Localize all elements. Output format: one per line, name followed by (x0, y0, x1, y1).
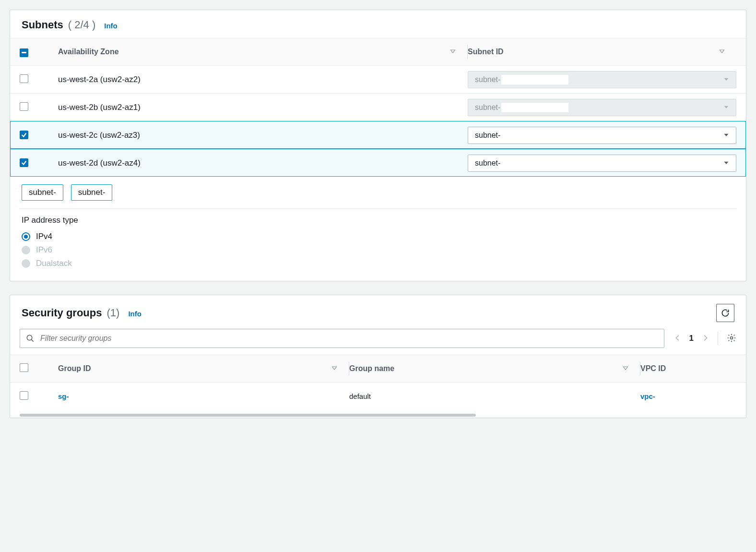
ip-address-type-section: IP address type IPv4IPv6Dualstack (10, 209, 746, 281)
row-checkbox[interactable] (20, 158, 28, 167)
availability-zone: us-west-2b (usw2-az1) (58, 103, 467, 112)
row-checkbox-cell (20, 74, 58, 84)
chevron-down-icon (723, 75, 729, 84)
select-all-checkbox[interactable] (20, 48, 28, 57)
pager-page: 1 (689, 334, 694, 343)
ip-option[interactable]: IPv4 (22, 230, 734, 243)
pager-prev[interactable] (674, 335, 681, 343)
availability-zone: us-west-2a (usw2-az2) (58, 75, 467, 84)
col-vpc-id[interactable]: VPC ID (640, 364, 736, 373)
sg-filter-row: 1 (10, 329, 746, 355)
subnet-row: us-west-2d (usw2-az4)subnet- (10, 149, 746, 177)
col-az-label: Availability Zone (58, 48, 119, 56)
subnets-title-text: Subnets (22, 19, 63, 31)
gear-icon (727, 333, 736, 343)
availability-zone: us-west-2d (usw2-az4) (58, 158, 467, 168)
col-group-id-label: Group ID (58, 364, 91, 373)
subnet-select-value: subnet- (475, 131, 500, 140)
subnet-select: subnet- (468, 71, 736, 88)
sg-row: sg-defaultvpc- (10, 382, 746, 410)
row-checkbox[interactable] (20, 102, 28, 111)
subnet-row: us-west-2b (usw2-az1)subnet- (10, 93, 746, 121)
horizontal-scrollbar[interactable] (10, 413, 746, 418)
subnets-table-head: Availability Zone Subnet ID (10, 38, 746, 65)
pager-next[interactable] (702, 335, 709, 343)
sg-title-text: Security groups (22, 307, 102, 319)
ip-option-label: Dualstack (36, 259, 72, 268)
sg-filter-input[interactable] (40, 334, 658, 343)
sg-count: (1) (106, 307, 119, 319)
refresh-icon (721, 308, 730, 318)
ip-option: Dualstack (22, 257, 734, 270)
subnet-select-cell: subnet- (468, 99, 736, 116)
subnet-select-cell: subnet- (468, 127, 736, 144)
group-name: default (349, 392, 640, 400)
ip-type-title: IP address type (22, 216, 734, 225)
sg-select-all-cell (20, 363, 58, 374)
col-availability-zone[interactable]: Availability Zone (58, 48, 467, 56)
subnets-panel: Subnets ( 2/4 ) Info Availability Zone S… (10, 10, 746, 281)
ip-option-label: IPv4 (36, 232, 52, 241)
subnet-row: us-west-2a (usw2-az2)subnet- (10, 65, 746, 93)
col-subnet-label: Subnet ID (468, 48, 504, 56)
vpc-id-link[interactable]: vpc- (640, 392, 736, 400)
col-group-name-label: Group name (349, 364, 394, 373)
settings-button[interactable] (727, 333, 736, 344)
subnets-count: ( 2/4 ) (68, 19, 95, 31)
chevron-down-icon (723, 159, 729, 168)
subnet-row: us-west-2c (usw2-az3)subnet- (10, 121, 746, 149)
sg-header: Security groups (1) Info (10, 295, 746, 329)
sg-filter-input-wrap[interactable] (20, 329, 664, 348)
refresh-button[interactable] (716, 304, 734, 322)
chevron-right-icon (702, 335, 709, 341)
ip-option: IPv6 (22, 243, 734, 257)
subnets-info-link[interactable]: Info (104, 22, 118, 30)
availability-zone: us-west-2c (usw2-az3) (58, 131, 467, 140)
ip-option-label: IPv6 (36, 245, 52, 255)
col-subnet-id[interactable]: Subnet ID (468, 48, 736, 56)
subnet-select[interactable]: subnet- (468, 155, 736, 172)
row-checkbox[interactable] (20, 74, 28, 83)
subnet-select-value: subnet- (475, 75, 500, 84)
subnet-chip[interactable]: subnet- (22, 184, 63, 201)
sort-icon (331, 364, 337, 373)
sg-title: Security groups (1) Info (22, 307, 142, 319)
security-groups-panel: Security groups (1) Info 1 (10, 295, 746, 418)
row-checkbox-cell (20, 391, 58, 401)
subnet-select-value: subnet- (475, 159, 500, 168)
subnet-select: subnet- (468, 99, 736, 116)
sg-info-link[interactable]: Info (128, 310, 142, 318)
redacted-mask (501, 103, 568, 112)
sg-rows: sg-defaultvpc- (10, 382, 746, 410)
chevron-left-icon (674, 335, 681, 341)
sort-icon (623, 364, 628, 373)
subnet-select-cell: subnet- (468, 71, 736, 88)
subnet-select-cell: subnet- (468, 155, 736, 172)
subnet-select[interactable]: subnet- (468, 127, 736, 144)
row-checkbox[interactable] (20, 131, 28, 139)
svg-point-2 (731, 336, 733, 339)
chevron-down-icon (723, 103, 729, 112)
row-checkbox-cell (20, 158, 58, 168)
redacted-mask (501, 75, 568, 84)
selected-subnet-chips: subnet-subnet- (20, 177, 736, 209)
separator (718, 332, 718, 345)
col-group-id[interactable]: Group ID (58, 364, 349, 373)
sg-pager: 1 (674, 332, 736, 345)
sg-table-head: Group ID Group name VPC ID (10, 355, 746, 382)
subnet-chip[interactable]: subnet- (71, 184, 113, 201)
col-group-name[interactable]: Group name (349, 364, 640, 373)
sort-icon (719, 48, 725, 56)
svg-point-0 (27, 335, 32, 340)
chevron-down-icon (723, 131, 729, 140)
group-id-link[interactable]: sg- (58, 392, 349, 400)
subnet-rows: us-west-2a (usw2-az2)subnet-us-west-2b (… (10, 65, 746, 177)
radio (22, 246, 30, 254)
sort-icon (450, 48, 456, 56)
row-checkbox[interactable] (20, 391, 28, 400)
subnet-select-value: subnet- (475, 103, 500, 112)
radio (22, 259, 30, 268)
radio[interactable] (22, 232, 30, 241)
sg-header-actions (716, 304, 734, 322)
sg-select-all-checkbox[interactable] (20, 363, 28, 372)
